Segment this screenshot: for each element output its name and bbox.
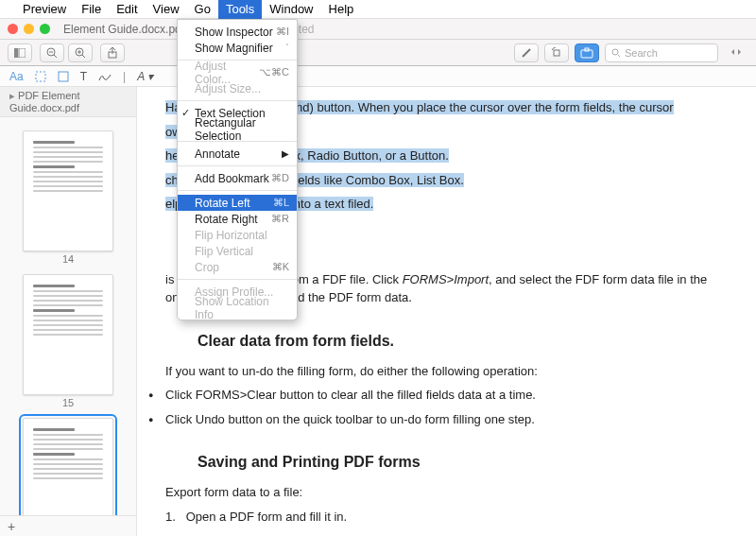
toolbox-icon xyxy=(580,47,593,59)
zoom-out-button[interactable] xyxy=(40,43,64,62)
expand-icon xyxy=(730,47,742,59)
menu-item-rectangular-selection[interactable]: Rectangular Selection xyxy=(178,121,297,137)
zoom-in-icon xyxy=(75,47,86,59)
menu-view[interactable]: View xyxy=(146,0,187,19)
rotate-button[interactable] xyxy=(544,43,569,62)
page-thumbnail[interactable] xyxy=(23,418,113,515)
text-style-aa[interactable]: Aa xyxy=(9,70,24,83)
rotate-icon xyxy=(551,47,562,59)
select-tool-icon[interactable] xyxy=(35,71,46,82)
page-thumbnail[interactable] xyxy=(23,130,113,251)
svg-line-11 xyxy=(523,49,530,57)
add-page-button[interactable]: + xyxy=(0,515,136,536)
page-thumbnail[interactable] xyxy=(23,274,113,395)
svg-point-15 xyxy=(612,49,618,55)
menu-item-show-location-info: Show Location Info xyxy=(178,300,297,316)
menu-item-rotate-right[interactable]: Rotate Right⌘R xyxy=(178,211,297,227)
sign-tool-icon[interactable] xyxy=(98,71,112,82)
menu-item-rotate-left[interactable]: Rotate Left⌘L xyxy=(178,195,297,211)
svg-rect-12 xyxy=(554,50,559,56)
menu-item-annotate[interactable]: Annotate▶ xyxy=(178,146,297,162)
svg-line-3 xyxy=(54,55,57,58)
search-icon xyxy=(611,48,621,58)
menu-item-crop: Crop⌘K xyxy=(178,259,297,275)
menu-item-show-magnifier[interactable]: Show Magnifier` xyxy=(178,40,297,56)
markup-toolbar: Aa T | A ▾ xyxy=(0,66,756,87)
search-input[interactable]: Search xyxy=(605,43,718,62)
minimize-icon[interactable] xyxy=(24,24,34,34)
zoom-icon[interactable] xyxy=(40,24,50,34)
svg-rect-1 xyxy=(19,48,26,58)
menu-item-add-bookmark[interactable]: Add Bookmark⌘D xyxy=(178,170,297,186)
svg-line-16 xyxy=(618,55,620,57)
menubar: Preview File Edit View Go Tools Window H… xyxy=(0,0,756,19)
menu-preview[interactable]: Preview xyxy=(15,0,74,19)
menu-go[interactable]: Go xyxy=(187,0,218,19)
sidebar-icon xyxy=(14,48,26,58)
shape-tool-icon[interactable] xyxy=(58,71,69,82)
menu-file[interactable]: File xyxy=(74,0,109,19)
heading-saving-printing: Saving and Printing PDF forms xyxy=(198,451,728,474)
share-button[interactable] xyxy=(100,43,125,62)
toolbar: Search xyxy=(0,40,756,66)
menu-item-flip-horizontal: Flip Horizontal xyxy=(178,227,297,243)
traffic-lights xyxy=(8,24,50,34)
menu-help[interactable]: Help xyxy=(321,0,362,19)
view-mode-button[interactable] xyxy=(8,43,32,62)
tools-menu-dropdown: Show Inspector⌘IShow Magnifier`Adjust Co… xyxy=(177,19,298,320)
sidebar-file-tab[interactable]: PDF Element Guide.docx.pdf xyxy=(0,87,136,117)
svg-rect-0 xyxy=(14,48,18,58)
pencil-icon xyxy=(521,47,532,59)
window-titlebar: Element Guide.docx.pdf (page 14 of 27) —… xyxy=(0,19,756,40)
menu-edit[interactable]: Edit xyxy=(109,0,145,19)
zoom-in-button[interactable] xyxy=(68,43,93,62)
share-icon xyxy=(107,47,118,59)
text-tool[interactable]: T xyxy=(80,70,87,83)
heading-clear-data: Clear data from form fields. xyxy=(198,330,728,353)
thumbnail-page-number: 15 xyxy=(0,397,136,408)
thumbnail-sidebar: PDF Element Guide.docx.pdf 141516 + xyxy=(0,87,137,536)
svg-rect-18 xyxy=(59,72,68,81)
zoom-out-icon xyxy=(46,47,58,59)
close-icon[interactable] xyxy=(8,24,18,34)
menu-item-show-inspector[interactable]: Show Inspector⌘I xyxy=(178,24,297,40)
annotation-style[interactable]: A ▾ xyxy=(137,70,153,83)
svg-line-6 xyxy=(82,55,85,58)
svg-rect-17 xyxy=(36,72,45,81)
expand-button[interactable] xyxy=(724,43,748,62)
menu-item-adjust-color-: Adjust Color...⌥⌘C xyxy=(178,64,297,80)
menu-tools[interactable]: Tools xyxy=(218,0,262,19)
markup-button[interactable] xyxy=(575,43,599,62)
pencil-button[interactable] xyxy=(514,43,539,62)
thumbnail-page-number: 14 xyxy=(0,253,136,265)
menu-item-adjust-size-: Adjust Size... xyxy=(178,80,297,96)
menu-window[interactable]: Window xyxy=(262,0,320,19)
menu-item-flip-vertical: Flip Vertical xyxy=(178,243,297,259)
